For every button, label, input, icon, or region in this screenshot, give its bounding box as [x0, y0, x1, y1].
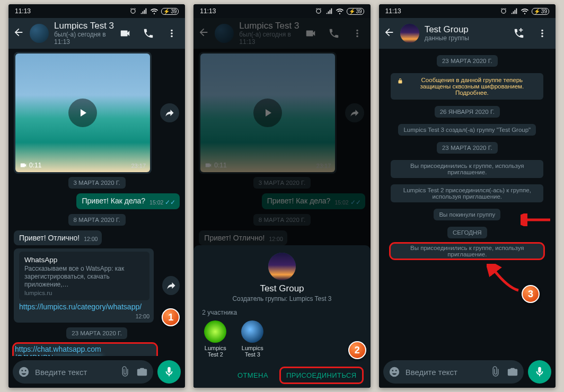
message-input-bar: Введите текст — [379, 356, 556, 388]
member-name: Lumpics Test 3 — [239, 345, 266, 358]
clock: 11:13 — [385, 7, 401, 15]
wifi-icon — [151, 7, 158, 15]
video-timestamp: 23:17 — [131, 163, 146, 169]
status-bar: 11:13 ⚡39 — [8, 4, 185, 18]
date-chip: 23 МАРТА 2020 Г. — [437, 55, 498, 67]
video-message: 0:11 23:17 — [199, 52, 337, 174]
encryption-notice[interactable]: Сообщения в данной группе теперь защищен… — [391, 73, 543, 100]
contact-name: Lumpics Test 3 — [239, 21, 299, 31]
alarm-icon — [315, 7, 322, 15]
annotation-arrow — [487, 264, 524, 296]
wifi-icon — [336, 7, 343, 15]
status-bar: 11:13 ⚡39 — [379, 4, 556, 18]
mic-button[interactable] — [528, 360, 551, 384]
signal-icon — [510, 7, 518, 15]
invite-link-line1[interactable]: https://chat.whatsapp.com — [15, 345, 155, 353]
battery-indicator: ⚡39 — [347, 8, 364, 15]
group-name: Test Group — [202, 283, 362, 294]
mic-button[interactable] — [157, 360, 181, 384]
message-input[interactable]: Введите текст — [406, 368, 484, 377]
link-url[interactable]: https://lumpics.ru/category/whatsapp/ — [19, 302, 149, 311]
cancel-button[interactable]: ОТМЕНА — [237, 371, 268, 379]
contact-last-seen: был(-а) сегодня в 11:13 — [239, 31, 299, 46]
message-text: Привет! Отлично! — [19, 234, 80, 242]
member-count: 2 участника — [202, 309, 362, 316]
sent-message[interactable]: Привет! Как дела? 15:02✓✓ — [76, 193, 180, 209]
video-call-icon[interactable] — [119, 28, 131, 39]
back-button[interactable] — [13, 26, 24, 40]
member-item: Lumpics Test 2 — [202, 320, 228, 358]
signal-icon — [140, 7, 147, 15]
group-subtitle: данные группы — [425, 35, 508, 42]
back-button[interactable] — [383, 26, 395, 40]
battery-indicator: ⚡39 — [161, 8, 179, 15]
wifi-icon — [521, 7, 528, 15]
forward-button[interactable] — [162, 276, 180, 295]
status-bar: 11:13 ⚡39 — [193, 4, 370, 18]
chat-header: Lumpics Test 3 был(-а) сегодня в 11:13 — [193, 18, 370, 49]
link-preview-message[interactable]: WhatsApp Рассказываем все о WatsApp: как… — [14, 248, 154, 323]
read-ticks-icon: ✓✓ — [165, 199, 175, 206]
step-badge-2: 2 — [348, 341, 366, 359]
more-icon — [351, 28, 363, 39]
contact-avatar — [215, 24, 234, 43]
clock: 11:13 — [200, 7, 216, 15]
screenshot-1: 11:13 ⚡39 Lumpics Test 3 был(-а) сегодня… — [8, 4, 185, 388]
received-message: Привет! Отлично!12:00 — [199, 230, 287, 245]
date-chip: 23 МАРТА 2020 Г. — [437, 142, 498, 154]
link-description: Рассказываем все о WatsApp: как зарегист… — [24, 265, 144, 289]
add-call-icon[interactable] — [513, 28, 525, 39]
forward-button — [345, 103, 364, 122]
attach-icon[interactable] — [490, 366, 501, 378]
alarm-icon — [129, 7, 137, 15]
message-input[interactable]: Введите текст — [35, 368, 114, 377]
camera-icon[interactable] — [136, 366, 148, 378]
more-icon[interactable] — [536, 28, 548, 39]
annotation-arrow — [521, 213, 552, 226]
invite-link-message[interactable]: https://chat.whatsapp.com /CJMDNBNXXXXXX… — [14, 344, 156, 356]
emoji-icon[interactable] — [18, 366, 30, 378]
play-icon — [253, 99, 282, 127]
member-name: Lumpics Test 2 — [202, 345, 228, 358]
date-chip: 3 МАРТА 2020 Г. — [68, 177, 126, 189]
step-badge-3: 3 — [522, 285, 540, 303]
join-group-sheet: Test Group Создатель группы: Lumpics Tes… — [193, 245, 370, 388]
screenshot-2: 11:13 ⚡39 Lumpics Test 3 был(-а) сегодня… — [193, 4, 370, 388]
contact-name: Lumpics Test 3 — [54, 21, 114, 31]
attach-icon[interactable] — [119, 366, 131, 378]
voice-call-icon[interactable] — [143, 28, 154, 39]
lock-icon — [397, 78, 403, 84]
group-creator: Создатель группы: Lumpics Test 3 — [202, 295, 362, 302]
video-call-icon — [305, 28, 316, 39]
date-chip: 8 МАРТА 2020 Г. — [68, 214, 126, 226]
more-icon[interactable] — [166, 28, 178, 39]
contact-avatar[interactable] — [30, 24, 49, 43]
date-chip: 23 МАРТА 2020 Г. — [66, 327, 127, 339]
contact-last-seen: был(-а) сегодня в 11:13 — [54, 31, 114, 46]
video-message[interactable]: 0:11 23:17 — [14, 52, 152, 174]
group-avatar[interactable] — [400, 24, 419, 43]
join-button[interactable]: ПРИСОЕДИНИТЬСЯ — [281, 368, 362, 382]
date-chip: 26 ЯНВАРЯ 2020 Г. — [435, 106, 500, 118]
message-input-bar: Введите текст — [8, 356, 185, 388]
back-button — [198, 26, 209, 40]
received-message[interactable]: Привет! Отлично! 12:00 — [14, 230, 102, 245]
system-message-joined: Вы присоединились к группе, используя пр… — [391, 244, 543, 259]
forward-button[interactable] — [160, 103, 179, 122]
link-title: WhatsApp — [24, 256, 144, 264]
system-message-left: Вы покинули группу — [434, 209, 500, 220]
date-chip-today: СЕГОДНЯ — [447, 227, 487, 238]
group-avatar — [268, 253, 296, 280]
group-header[interactable]: Test Group данные группы — [379, 18, 556, 49]
member-item: Lumpics Test 3 — [239, 320, 266, 358]
system-message: Вы присоединились к группе, используя пр… — [391, 160, 543, 178]
clock: 11:13 — [15, 7, 31, 15]
signal-icon — [325, 7, 333, 15]
emoji-icon[interactable] — [389, 366, 400, 378]
camera-icon[interactable] — [507, 366, 518, 378]
invite-link-line2[interactable]: /CJMDNBN — [15, 353, 53, 356]
play-icon[interactable] — [68, 99, 97, 127]
member-avatar — [241, 320, 263, 343]
message-text: Привет! Как дела? — [82, 197, 145, 205]
chat-header[interactable]: Lumpics Test 3 был(-а) сегодня в 11:13 — [8, 18, 185, 49]
